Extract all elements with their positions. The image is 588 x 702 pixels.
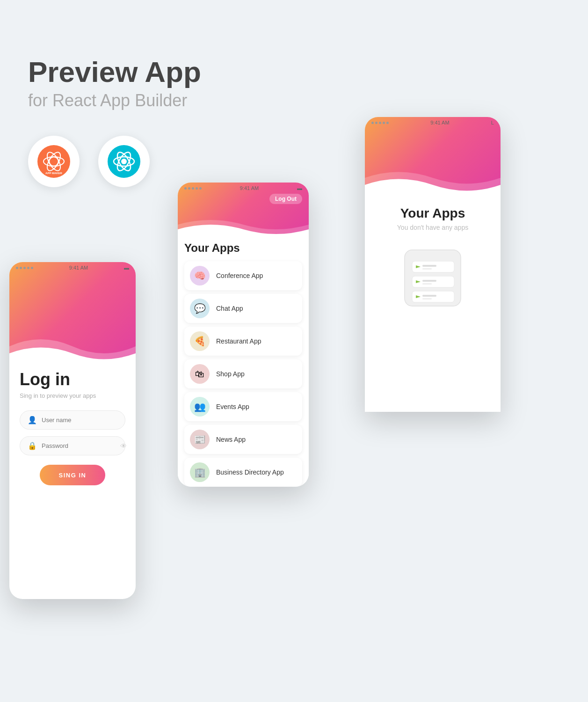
apps-list-title: Your Apps	[184, 241, 302, 255]
user-icon: 👤	[28, 416, 37, 424]
your-apps-phone: 9:41 AM L Your Apps You don't have any a…	[365, 117, 501, 412]
react-icon	[108, 145, 140, 178]
app-list-item[interactable]: 🍕Restaurant App	[184, 327, 302, 356]
your-apps-wave	[365, 164, 501, 192]
app-icon: 🍕	[190, 331, 210, 351]
login-subtitle: Sing in to preview your apps	[20, 392, 125, 399]
apps-wave	[178, 215, 309, 234]
app-maker-icon: APP MAKER	[37, 145, 70, 178]
lock-icon: 🔒	[28, 441, 37, 450]
apps-body: Your Apps 🧠Conference App💬Chat App🍕Resta…	[178, 234, 309, 487]
dot-b4	[383, 122, 385, 124]
app-icon: 🧠	[190, 266, 210, 285]
app-item-label: Chat App	[216, 305, 243, 312]
login-title: Log in	[20, 370, 125, 389]
signin-button[interactable]: SING IN	[40, 465, 105, 485]
your-apps-time: 9:41 AM	[430, 120, 449, 125]
app-item-label: Restaurant App	[216, 337, 261, 345]
svg-point-7	[121, 159, 127, 164]
page-title: Preview App	[28, 56, 201, 88]
apps-status-bar: 9:41 AM ▬	[178, 183, 309, 194]
login-status-time: 9:41 AM	[69, 265, 88, 271]
battery-icon-2: ▬	[297, 185, 302, 191]
svg-rect-22	[422, 295, 436, 297]
svg-text:APP MAKER: APP MAKER	[45, 172, 63, 175]
dot1	[16, 267, 18, 269]
dot4	[27, 267, 29, 269]
dot-a2	[188, 187, 190, 190]
dot3	[23, 267, 26, 269]
app-maker-logo: APP MAKER	[28, 136, 80, 187]
svg-rect-19	[422, 280, 436, 282]
app-icon: 📰	[190, 430, 210, 449]
app-list-item[interactable]: 👥Events App	[184, 392, 302, 421]
your-apps-gradient: 9:41 AM L	[365, 117, 501, 192]
password-field[interactable]: 🔒 👁	[20, 436, 125, 455]
your-apps-subtitle: You don't have any apps	[397, 224, 468, 231]
app-item-label: Events App	[216, 403, 249, 410]
logos-section: APP MAKER	[28, 136, 150, 187]
username-field[interactable]: 👤	[20, 410, 125, 430]
login-gradient-header: 9:41 AM ▬	[9, 262, 136, 360]
dot-a3	[192, 187, 194, 190]
dot-b1	[371, 122, 374, 124]
page-subtitle: for React App Builder	[28, 91, 201, 110]
dot-b5	[386, 122, 389, 124]
dot-a5	[199, 187, 202, 190]
dot-a4	[196, 187, 198, 190]
app-item-label: Shop App	[216, 370, 245, 378]
empty-list-illustration	[395, 245, 470, 311]
your-apps-body: Your Apps You don't have any apps	[365, 192, 501, 412]
battery-icon-3: L	[491, 120, 494, 125]
dot-b3	[379, 122, 381, 124]
app-list-item[interactable]: 🏢Business Directory App	[184, 458, 302, 487]
app-list-item[interactable]: 🛍Shop App	[184, 359, 302, 388]
apps-gradient-header: 9:41 AM ▬ Log Out	[178, 183, 309, 234]
signal-dots-2	[184, 187, 202, 190]
login-status-bar: 9:41 AM ▬	[9, 262, 136, 273]
your-apps-title: Your Apps	[400, 206, 465, 221]
login-wave	[9, 332, 136, 360]
login-phone: 9:41 AM ▬ Log in Sing in to preview your…	[9, 262, 136, 599]
react-logo	[98, 136, 150, 187]
svg-rect-23	[422, 298, 432, 300]
your-apps-status-bar: 9:41 AM L	[365, 117, 501, 128]
signal-dots-3	[371, 122, 389, 124]
login-body: Log in Sing in to preview your apps 👤 🔒 …	[9, 360, 136, 495]
dot5	[31, 267, 33, 269]
dot-a1	[184, 187, 187, 190]
app-item-label: News App	[216, 436, 246, 443]
svg-rect-17	[422, 268, 432, 270]
app-item-label: Business Directory App	[216, 468, 284, 476]
app-list: 🧠Conference App💬Chat App🍕Restaurant App🛍…	[184, 261, 302, 487]
signal-dots	[16, 267, 33, 269]
apps-phone: 9:41 AM ▬ Log Out Your Apps 🧠Conference …	[178, 183, 309, 487]
eye-icon[interactable]: 👁	[120, 442, 127, 450]
app-list-item[interactable]: 💬Chat App	[184, 294, 302, 323]
svg-rect-16	[422, 265, 436, 267]
logout-button[interactable]: Log Out	[269, 194, 302, 204]
dot2	[20, 267, 22, 269]
app-list-item[interactable]: 🧠Conference App	[184, 261, 302, 290]
svg-rect-20	[422, 283, 432, 285]
app-icon: 👥	[190, 397, 210, 417]
app-icon: 💬	[190, 299, 210, 318]
dot-b2	[375, 122, 377, 124]
app-item-label: Conference App	[216, 272, 263, 279]
battery-icon: ▬	[124, 265, 129, 271]
password-input[interactable]	[42, 442, 120, 449]
header-section: Preview App for React App Builder	[28, 56, 201, 110]
username-input[interactable]	[42, 417, 120, 424]
app-icon: 🛍	[190, 364, 210, 384]
apps-status-time: 9:41 AM	[240, 185, 259, 191]
app-list-item[interactable]: 📰News App	[184, 425, 302, 454]
app-icon: 🏢	[190, 462, 210, 482]
